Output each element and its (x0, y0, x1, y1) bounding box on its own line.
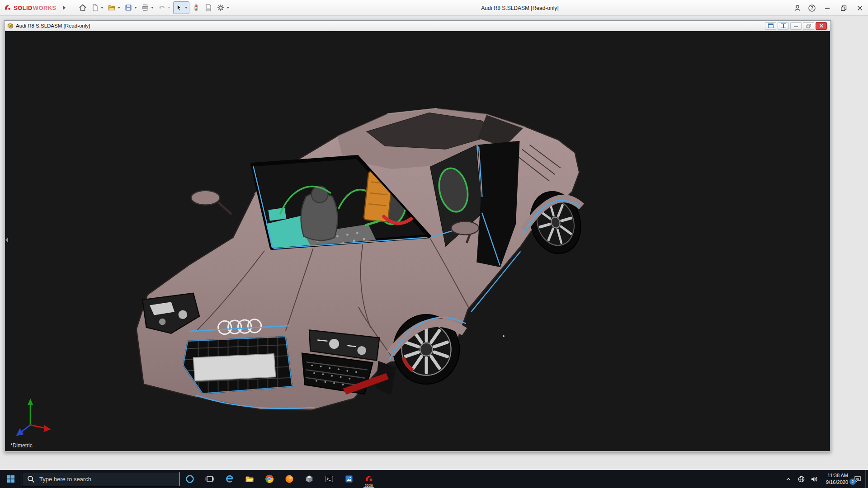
speaker-icon (810, 475, 818, 483)
open-button[interactable] (106, 2, 117, 14)
cortana-button[interactable] (180, 470, 200, 488)
terminal-button[interactable] (319, 470, 339, 488)
task-view-icon (205, 474, 214, 483)
show-desktop-button[interactable] (865, 470, 868, 488)
terminal-icon (325, 474, 334, 483)
clock-time: 11:38 AM (827, 472, 848, 479)
print-dropdown-caret[interactable] (151, 7, 154, 9)
restore-button[interactable] (835, 0, 852, 16)
edge-icon (225, 474, 234, 483)
task-view-button[interactable] (200, 470, 220, 488)
undo-icon (158, 4, 166, 12)
restore-icon (840, 5, 847, 12)
photos-icon (344, 474, 354, 483)
windows-taskbar: 2020 (0, 470, 868, 488)
assembly-icon (7, 23, 14, 29)
select-arrow-icon (175, 4, 183, 12)
doc-close-button[interactable] (816, 22, 827, 30)
dassault-logo-icon (4, 4, 12, 12)
help-button[interactable] (805, 0, 819, 16)
graphics-area[interactable]: *Dimetric (5, 31, 830, 451)
options-dropdown-caret[interactable] (226, 7, 229, 9)
network-globe-icon (797, 475, 805, 483)
screen: SOLIDWORKS (0, 0, 868, 488)
solidworks-taskbar-button[interactable]: 2020 (359, 470, 379, 488)
view-orientation-label: *Dimetric (10, 442, 33, 449)
taskbar-clock[interactable]: 11:38 AM 9/16/2020 (820, 470, 850, 488)
doc-restore-icon (806, 23, 811, 28)
print-icon (141, 4, 149, 12)
home-button[interactable] (77, 2, 88, 14)
chrome-icon (265, 474, 274, 483)
gear-icon (217, 4, 225, 12)
undo-dropdown-caret[interactable] (168, 7, 170, 9)
doc-window-tile-button[interactable] (778, 22, 789, 30)
rebuild-icon (192, 4, 200, 12)
file-explorer-button[interactable] (240, 470, 259, 488)
orientation-triad[interactable] (16, 399, 51, 436)
firefox-button[interactable] (279, 470, 299, 488)
close-button[interactable] (852, 0, 868, 16)
open-dropdown-caret[interactable] (118, 7, 120, 9)
new-document-dropdown-caret[interactable] (101, 7, 104, 9)
photos-button[interactable] (339, 470, 359, 488)
titlebar-right-controls (790, 0, 868, 16)
file-explorer-icon (245, 474, 254, 483)
tile-window-icon (780, 23, 787, 28)
document-window-controls (765, 22, 828, 30)
search-icon (27, 475, 35, 483)
print-button[interactable] (140, 2, 151, 14)
rebuild-button[interactable] (191, 2, 202, 14)
featuremanager-collapse-arrow[interactable] (5, 237, 8, 243)
doc-minimize-icon (793, 23, 799, 28)
solidworks-icon (364, 474, 374, 484)
document-titlebar[interactable]: Audi R8 S.SLDASM [Read-only] (5, 21, 830, 31)
save-button[interactable] (123, 2, 134, 14)
firefox-icon (285, 474, 294, 483)
help-icon (808, 4, 816, 12)
solidworks-logo: SOLIDWORKS (0, 4, 57, 12)
select-dropdown-caret[interactable] (185, 7, 188, 9)
volume-button[interactable] (807, 470, 820, 488)
system-tray: 11:38 AM 9/16/2020 2 (782, 470, 868, 488)
chevron-up-icon (785, 475, 792, 483)
doc-restore-button[interactable] (803, 22, 814, 30)
menu-flyout-arrow[interactable] (63, 5, 66, 10)
app-titlebar: SOLIDWORKS (0, 0, 868, 16)
cad-viewer-button[interactable] (299, 470, 319, 488)
split-window-icon (768, 23, 774, 28)
file-properties-button[interactable] (203, 2, 214, 14)
minimize-button[interactable] (819, 0, 835, 16)
clock-date: 9/16/2020 (826, 479, 848, 486)
taskbar-search[interactable] (22, 472, 180, 486)
save-icon (124, 4, 132, 12)
document-window: Audi R8 S.SLDASM [Read-only] (4, 20, 831, 452)
tray-overflow-button[interactable] (782, 470, 795, 488)
new-document-button[interactable] (90, 2, 100, 14)
home-icon (79, 4, 87, 12)
doc-window-split-button[interactable] (765, 22, 776, 30)
chrome-button[interactable] (259, 470, 279, 488)
brand-text-solid: SOLID (14, 5, 33, 11)
new-document-icon (91, 4, 99, 12)
doc-minimize-button[interactable] (790, 22, 802, 30)
cube-app-icon (305, 474, 314, 483)
quick-access-toolbar (77, 1, 231, 14)
open-folder-icon (108, 4, 116, 12)
windows-logo-icon (6, 474, 15, 483)
edge-button[interactable] (220, 470, 240, 488)
save-dropdown-caret[interactable] (134, 7, 137, 9)
account-button[interactable] (790, 0, 805, 16)
minimize-icon (824, 5, 831, 12)
search-input[interactable] (38, 475, 175, 483)
audi-r8-3d-model (5, 31, 830, 451)
undo-button[interactable] (156, 2, 167, 14)
start-button[interactable] (0, 470, 22, 488)
network-button[interactable] (795, 470, 807, 488)
select-button[interactable] (174, 2, 184, 14)
document-title: Audi R8 S.SLDASM [Read-only] (16, 23, 90, 28)
action-center-button[interactable]: 2 (850, 470, 865, 488)
close-icon (856, 5, 863, 12)
vertex-highlight (503, 335, 505, 337)
options-button[interactable] (215, 2, 226, 14)
